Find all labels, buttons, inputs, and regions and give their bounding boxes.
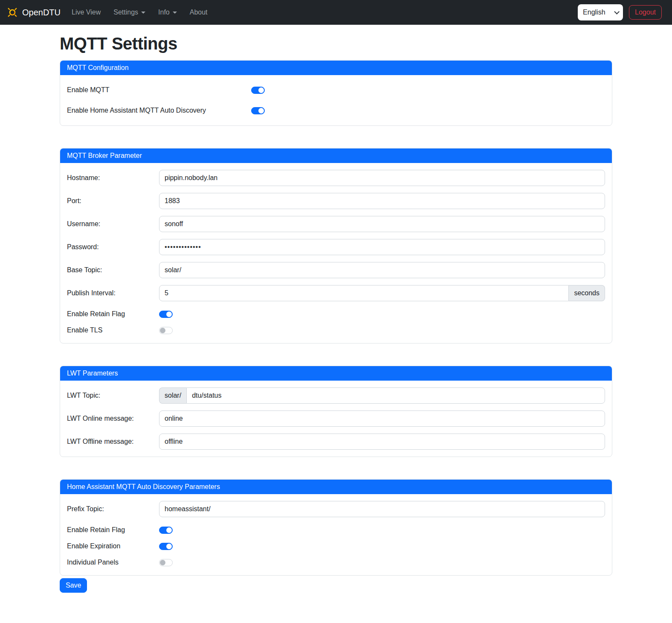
password-label: Password: <box>67 243 159 251</box>
retain-flag-switch[interactable] <box>159 311 173 318</box>
enable-tls-switch[interactable] <box>159 327 173 334</box>
caret-down-icon <box>173 12 177 14</box>
ha-discovery-card: Home Assistant MQTT Auto Discovery Param… <box>60 479 612 576</box>
save-button[interactable]: Save <box>60 578 87 593</box>
switch-knob <box>166 312 172 317</box>
switch-knob <box>258 108 264 114</box>
brand-link[interactable]: OpenDTU <box>6 6 61 19</box>
form-row-enable-ha-discovery: Enable Home Assistant MQTT Auto Discover… <box>67 102 605 119</box>
switch-knob <box>258 87 264 93</box>
language-select[interactable]: English <box>578 4 623 20</box>
form-row-port: Port: <box>67 193 605 209</box>
prefix-topic-input[interactable] <box>159 501 605 517</box>
form-row-lwt-topic: LWT Topic: solar/ <box>67 387 605 404</box>
enable-expiration-switch[interactable] <box>159 543 173 550</box>
mqtt-broker-card: MQTT Broker Parameter Hostname: Port: Us… <box>60 148 612 344</box>
nav-item-label: Settings <box>113 9 138 16</box>
lwt-topic-input[interactable] <box>186 387 605 404</box>
enable-ha-discovery-switch[interactable] <box>251 107 265 114</box>
ha-retain-flag-label: Enable Retain Flag <box>67 526 159 534</box>
card-header: LWT Parameters <box>60 366 612 381</box>
form-row-lwt-offline: LWT Offline message: <box>67 434 605 450</box>
lwt-topic-prefix: solar/ <box>159 387 186 404</box>
lwt-offline-input[interactable] <box>159 434 605 450</box>
switch-knob <box>160 328 165 333</box>
main-content: MQTT Settings MQTT Configuration Enable … <box>60 34 612 593</box>
nav-item-label: About <box>190 9 208 16</box>
hostname-input[interactable] <box>159 170 605 186</box>
form-row-enable-mqtt: Enable MQTT <box>67 82 605 98</box>
nav-item-label: Info <box>158 9 170 16</box>
form-row-retain-flag: Enable Retain Flag <box>67 308 605 320</box>
enable-mqtt-switch[interactable] <box>251 87 265 94</box>
prefix-topic-label: Prefix Topic: <box>67 505 159 513</box>
port-label: Port: <box>67 197 159 205</box>
enable-mqtt-label: Enable MQTT <box>67 86 251 94</box>
lwt-online-input[interactable] <box>159 410 605 427</box>
nav-item-label: Live View <box>72 9 101 16</box>
lwt-topic-label: LWT Topic: <box>67 392 159 399</box>
switch-knob <box>166 544 172 549</box>
lwt-offline-label: LWT Offline message: <box>67 438 159 445</box>
publish-interval-input[interactable] <box>159 285 569 301</box>
card-body: Prefix Topic: Enable Retain Flag Enable … <box>60 494 612 575</box>
form-row-enable-expiration: Enable Expiration <box>67 540 605 552</box>
form-row-lwt-online: LWT Online message: <box>67 410 605 427</box>
chevron-down-icon <box>614 9 620 15</box>
password-input[interactable] <box>159 239 605 255</box>
hostname-label: Hostname: <box>67 174 159 182</box>
page-title: MQTT Settings <box>60 34 612 53</box>
lwt-parameters-card: LWT Parameters LWT Topic: solar/ LWT Onl… <box>60 366 612 457</box>
individual-panels-switch[interactable] <box>159 559 173 566</box>
username-input[interactable] <box>159 216 605 232</box>
logout-button[interactable]: Logout <box>629 5 662 20</box>
card-header: MQTT Configuration <box>60 61 612 75</box>
language-selected-value: English <box>583 9 605 16</box>
form-row-base-topic: Base Topic: <box>67 262 605 278</box>
form-row-password: Password: <box>67 239 605 255</box>
caret-down-icon <box>141 12 145 14</box>
enable-expiration-label: Enable Expiration <box>67 542 159 550</box>
enable-tls-label: Enable TLS <box>67 326 159 334</box>
brand-label: OpenDTU <box>22 8 61 17</box>
card-header: MQTT Broker Parameter <box>60 148 612 163</box>
card-header: Home Assistant MQTT Auto Discovery Param… <box>60 480 612 494</box>
form-row-hostname: Hostname: <box>67 170 605 186</box>
card-body: Enable MQTT Enable Home Assistant MQTT A… <box>60 75 612 125</box>
base-topic-label: Base Topic: <box>67 266 159 274</box>
sun-icon <box>6 6 19 19</box>
card-body: Hostname: Port: Username: Password: Base… <box>60 163 612 343</box>
base-topic-input[interactable] <box>159 262 605 278</box>
ha-retain-flag-switch[interactable] <box>159 527 173 534</box>
enable-ha-discovery-label: Enable Home Assistant MQTT Auto Discover… <box>67 107 251 114</box>
individual-panels-label: Individual Panels <box>67 559 159 566</box>
form-row-username: Username: <box>67 216 605 232</box>
form-row-ha-retain-flag: Enable Retain Flag <box>67 524 605 536</box>
nav-links: Live View Settings Info About <box>72 5 220 20</box>
lwt-online-label: LWT Online message: <box>67 415 159 422</box>
nav-item-about[interactable]: About <box>190 5 208 20</box>
navbar: OpenDTU Live View Settings Info About En… <box>0 0 672 25</box>
publish-interval-unit: seconds <box>569 285 605 301</box>
publish-interval-label: Publish Interval: <box>67 289 159 297</box>
username-label: Username: <box>67 220 159 228</box>
retain-flag-label: Enable Retain Flag <box>67 310 159 318</box>
form-row-individual-panels: Individual Panels <box>67 556 605 568</box>
switch-knob <box>166 527 172 533</box>
form-row-enable-tls: Enable TLS <box>67 324 605 336</box>
form-row-prefix-topic: Prefix Topic: <box>67 501 605 517</box>
card-body: LWT Topic: solar/ LWT Online message: LW… <box>60 381 612 457</box>
form-row-publish-interval: Publish Interval: seconds <box>67 285 605 301</box>
nav-item-live-view[interactable]: Live View <box>72 5 101 20</box>
mqtt-configuration-card: MQTT Configuration Enable MQTT Enable Ho… <box>60 60 612 126</box>
switch-knob <box>160 560 165 565</box>
nav-item-settings[interactable]: Settings <box>113 5 145 20</box>
port-input[interactable] <box>159 193 605 209</box>
nav-item-info[interactable]: Info <box>158 5 177 20</box>
